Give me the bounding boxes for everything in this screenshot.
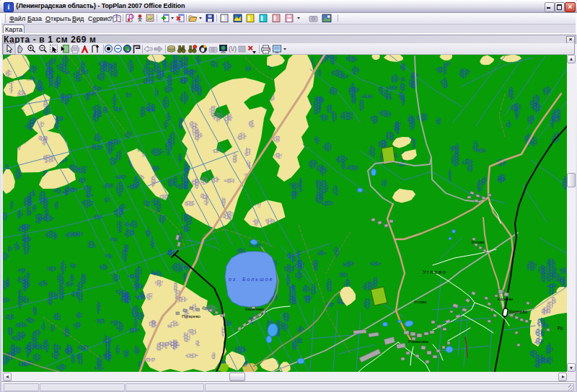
- svg-text:Кяселево: Кяселево: [245, 307, 265, 311]
- svg-text:Ро: Ро: [558, 326, 563, 331]
- svg-text:Корнево: Корнево: [498, 297, 513, 301]
- svg-text:Этлово: Этлово: [471, 240, 485, 244]
- svg-text:Углово: Углово: [414, 300, 426, 304]
- svg-text:Углово: Углово: [423, 269, 446, 275]
- svg-text:Корнево: Корнево: [509, 309, 528, 315]
- svg-text:Романовка: Романовка: [408, 339, 429, 344]
- svg-text:оз. Большое: оз. Большое: [229, 277, 273, 282]
- svg-text:Пугарево: Пугарево: [182, 314, 201, 318]
- svg-text:(\/): (\/): [229, 45, 237, 53]
